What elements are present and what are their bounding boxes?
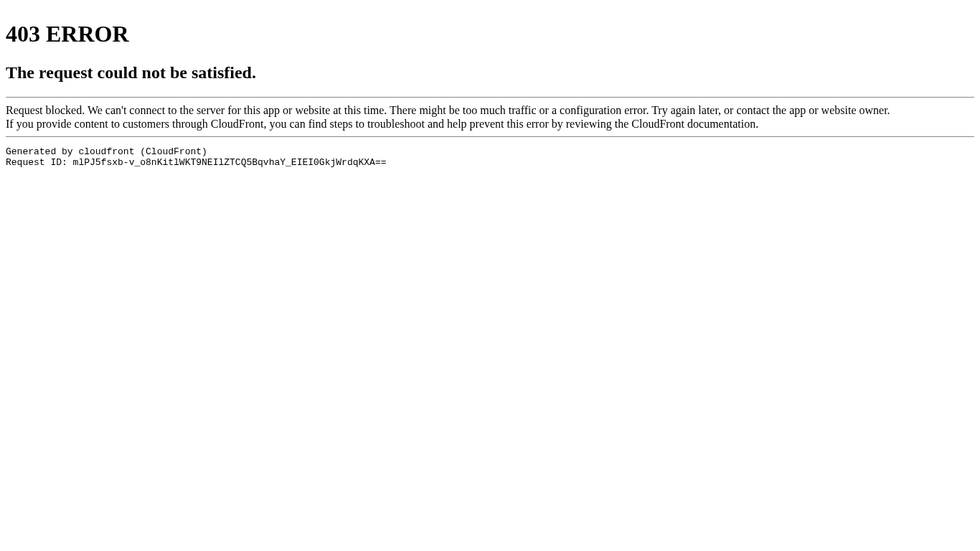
error-body-line-2: If you provide content to customers thro… (6, 117, 974, 131)
divider (6, 136, 974, 137)
generated-by-line: Generated by cloudfront (CloudFront) (6, 146, 207, 157)
error-body-line-1: Request blocked. We can't connect to the… (6, 103, 974, 117)
divider (6, 97, 974, 98)
error-subheading: The request could not be satisfied. (6, 63, 974, 83)
error-details: Generated by cloudfront (CloudFront) Req… (6, 146, 974, 168)
error-heading: 403 ERROR (6, 21, 974, 47)
request-id-line: Request ID: mlPJ5fsxb-v_o8nKitlWKT9NEIlZ… (6, 157, 387, 168)
